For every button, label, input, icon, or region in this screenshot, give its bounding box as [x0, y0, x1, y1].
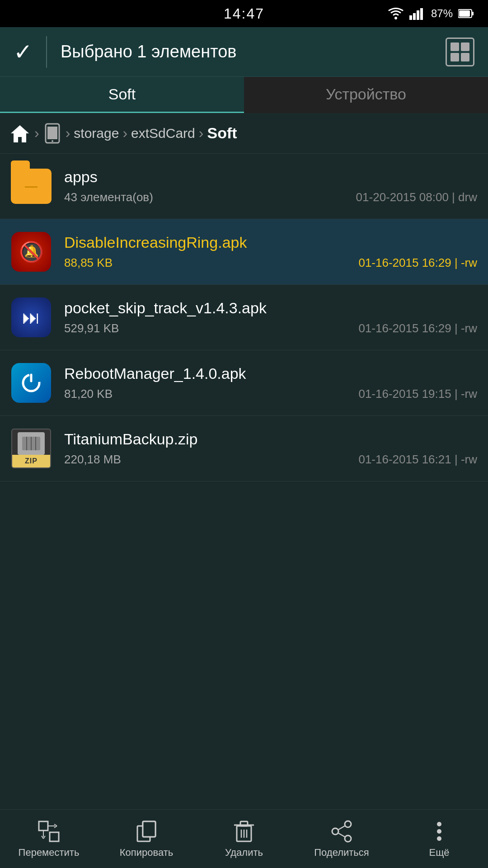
more-button[interactable]: Ещё: [390, 810, 488, 868]
power-icon: [19, 371, 43, 395]
list-item[interactable]: DisableIncreasingRing.apk 88,85 KB 01-16…: [0, 219, 488, 285]
svg-rect-1: [409, 15, 412, 20]
share-label: Поделиться: [314, 847, 369, 859]
grid-view-button[interactable]: [446, 38, 474, 66]
move-icon: [37, 820, 61, 843]
tab-device[interactable]: Устройство: [244, 77, 488, 113]
file-date: 01-20-2015 08:00 | drw: [356, 190, 477, 204]
svg-rect-18: [39, 821, 48, 830]
apk-icon: [11, 363, 52, 403]
move-button[interactable]: Переместить: [0, 810, 98, 868]
file-meta: 220,18 MB 01-16-2015 16:21 | -rw: [64, 453, 477, 467]
folder-icon: [11, 166, 52, 207]
list-item[interactable]: RebootManager_1.4.0.apk 81,20 KB 01-16-2…: [0, 350, 488, 416]
file-date: 01-16-2015 19:15 | -rw: [358, 387, 477, 401]
breadcrumb-arrow-1: ›: [34, 125, 39, 142]
status-time: 14:47: [224, 5, 264, 22]
delete-button[interactable]: Удалить: [195, 810, 293, 868]
file-info: apps 43 элемента(ов) 01-20-2015 08:00 | …: [64, 168, 477, 204]
status-icons: 87%: [388, 7, 474, 20]
breadcrumb-soft[interactable]: Soft: [207, 124, 237, 142]
svg-marker-8: [11, 125, 29, 142]
file-info: DisableIncreasingRing.apk 88,85 KB 01-16…: [64, 234, 477, 270]
list-item[interactable]: pocket_skip_track_v1.4.3.apk 529,91 KB 0…: [0, 285, 488, 350]
signal-icon: [409, 7, 426, 20]
move-label: Переместить: [19, 847, 80, 859]
home-icon: [9, 123, 31, 143]
breadcrumb-device[interactable]: [43, 123, 62, 144]
share-button[interactable]: Поделиться: [293, 810, 390, 868]
file-size: 88,85 KB: [64, 256, 113, 270]
svg-rect-6: [472, 12, 474, 15]
copy-button[interactable]: Копировать: [98, 810, 195, 868]
svg-point-38: [345, 835, 351, 842]
breadcrumb: › › storage › extSdCard › Soft: [0, 113, 488, 154]
file-name: apps: [64, 168, 477, 186]
file-info: pocket_skip_track_v1.4.3.apk 529,91 KB 0…: [64, 299, 477, 335]
svg-point-0: [394, 17, 397, 19]
file-size: 81,20 KB: [64, 387, 113, 401]
file-date: 01-16-2015 16:29 | -rw: [358, 321, 477, 335]
svg-rect-7: [459, 10, 470, 17]
file-date: 01-16-2015 16:21 | -rw: [358, 453, 477, 467]
copy-label: Копировать: [120, 847, 173, 859]
svg-point-41: [437, 822, 441, 826]
file-name: RebootManager_1.4.0.apk: [64, 365, 477, 382]
apk-icon: [11, 231, 52, 272]
svg-line-40: [338, 833, 345, 837]
more-label: Ещё: [429, 847, 449, 859]
file-size: 529,91 KB: [64, 321, 119, 335]
toolbar-divider: [46, 36, 47, 68]
file-info: TitaniumBackup.zip 220,18 MB 01-16-2015 …: [64, 430, 477, 467]
toolbar: ✓ Выбрано 1 элементов: [0, 27, 488, 77]
battery-icon: [458, 8, 474, 19]
status-bar: 14:47 87%: [0, 0, 488, 27]
zip-icon: ZIP: [11, 428, 52, 469]
file-meta: 529,91 KB 01-16-2015 16:29 | -rw: [64, 321, 477, 335]
svg-rect-32: [240, 821, 248, 826]
svg-point-43: [437, 836, 441, 841]
file-meta: 43 элемента(ов) 01-20-2015 08:00 | drw: [64, 190, 477, 204]
svg-line-39: [338, 826, 345, 830]
breadcrumb-arrow-3: ›: [122, 125, 127, 142]
breadcrumb-storage[interactable]: storage: [74, 126, 119, 141]
list-item[interactable]: ZIP TitaniumBackup.zip 220,18 MB 01-16-2…: [0, 416, 488, 481]
file-meta: 81,20 KB 01-16-2015 19:15 | -rw: [64, 387, 477, 401]
svg-rect-2: [413, 13, 416, 20]
file-size: 43 элемента(ов): [64, 190, 153, 204]
breadcrumb-home[interactable]: [9, 123, 31, 143]
file-info: RebootManager_1.4.0.apk 81,20 KB 01-16-2…: [64, 365, 477, 401]
file-name: TitaniumBackup.zip: [64, 430, 477, 448]
file-list: apps 43 элемента(ов) 01-20-2015 08:00 | …: [0, 154, 488, 809]
svg-rect-28: [143, 822, 155, 836]
svg-point-11: [52, 140, 53, 142]
copy-icon: [135, 820, 158, 843]
battery-percentage: 87%: [431, 7, 453, 20]
svg-rect-4: [420, 8, 423, 20]
tab-soft[interactable]: Soft: [0, 77, 244, 113]
share-icon: [330, 820, 353, 843]
file-size: 220,18 MB: [64, 453, 121, 467]
check-icon[interactable]: ✓: [14, 39, 33, 65]
more-icon: [427, 820, 451, 843]
svg-rect-3: [417, 10, 419, 20]
toolbar-title: Выбрано 1 элементов: [61, 42, 446, 61]
device-icon: [43, 123, 62, 144]
breadcrumb-arrow-4: ›: [199, 125, 204, 142]
svg-point-36: [345, 821, 351, 827]
svg-point-42: [437, 829, 441, 834]
file-date: 01-16-2015 16:29 | -rw: [358, 256, 477, 270]
breadcrumb-extsdcard[interactable]: extSdCard: [131, 126, 195, 141]
list-item[interactable]: apps 43 элемента(ов) 01-20-2015 08:00 | …: [0, 154, 488, 219]
svg-point-37: [332, 828, 338, 835]
zip-archive-icon: [22, 437, 40, 450]
file-name: pocket_skip_track_v1.4.3.apk: [64, 299, 477, 317]
breadcrumb-arrow-2: ›: [66, 125, 70, 142]
svg-rect-19: [50, 832, 59, 841]
bottom-action-bar: Переместить Копировать Удалить: [0, 809, 488, 868]
delete-label: Удалить: [225, 847, 263, 859]
svg-rect-10: [47, 127, 57, 139]
apk-icon: [11, 297, 52, 338]
file-meta: 88,85 KB 01-16-2015 16:29 | -rw: [64, 256, 477, 270]
wifi-icon: [388, 7, 404, 20]
